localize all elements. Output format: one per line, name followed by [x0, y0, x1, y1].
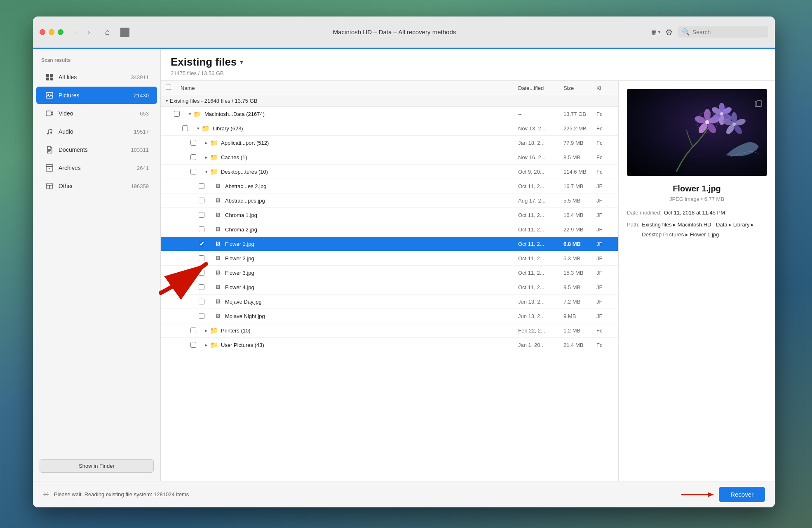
row-name: User Pictures (43) [221, 342, 518, 348]
kind-column-header[interactable]: Ki [596, 85, 613, 91]
sidebar-item-archives[interactable]: Archives 2641 [36, 159, 157, 177]
pictures-label: Pictures [59, 92, 134, 99]
svg-point-7 [47, 133, 49, 134]
folder-icon: 📁 [209, 167, 218, 176]
row-name: Flower 4.jpg [225, 284, 518, 290]
recover-button[interactable]: Recover [719, 487, 765, 502]
table-row[interactable]: 🖼 Flower 4.jpg Oct 11, 2... 9.5 MB JF [161, 280, 618, 295]
row-checkbox[interactable] [199, 299, 204, 304]
svg-rect-2 [46, 78, 49, 80]
folder-icon: 📁 [201, 124, 210, 133]
row-size: 16.4 MB [563, 212, 596, 218]
row-size: 7.2 MB [563, 299, 596, 305]
table-container: Name ↑ Date...ified Size Ki Existing fil… [161, 81, 775, 481]
row-checkbox[interactable] [199, 313, 204, 319]
row-size: 15.3 MB [563, 270, 596, 276]
table-row[interactable]: 📁 Applicati...port (512) Jan 18, 2... 77… [161, 136, 618, 150]
row-checkbox[interactable] [190, 154, 196, 160]
row-size: 1.2 MB [563, 328, 596, 334]
sidebar-item-documents[interactable]: Documents 103311 [36, 141, 157, 158]
row-checkbox[interactable] [199, 198, 204, 203]
table-row[interactable]: 🖼 Chroma 1.jpg Oct 11, 2... 16.4 MB JF [161, 208, 618, 222]
row-checkbox[interactable] [199, 284, 204, 290]
title-dropdown-arrow[interactable]: ▾ [240, 58, 243, 66]
row-name: Library (623) [213, 125, 518, 132]
table-row[interactable]: 📁 Printers (10) Feb 22, 2... 1.2 MB Fc [161, 323, 618, 338]
search-input[interactable] [692, 29, 764, 35]
table-row[interactable]: 📁 User Pictures (43) Jan 1, 20... 21.4 M… [161, 338, 618, 352]
row-date: Oct 11, 2... [518, 284, 563, 290]
search-icon: 🔍 [682, 28, 690, 36]
sidebar-item-other[interactable]: Other 196359 [36, 177, 157, 195]
row-kind: JF [596, 212, 613, 218]
row-checkbox[interactable] [199, 241, 204, 247]
row-checkbox[interactable] [199, 212, 204, 218]
row-kind: JF [596, 284, 613, 290]
table-row[interactable]: 🖼 Abstrac...pes.jpg Aug 17, 2... 5.5 MB … [161, 193, 618, 208]
row-checkbox[interactable] [199, 183, 204, 189]
row-size: 5.5 MB [563, 198, 596, 204]
back-button[interactable]: ‹ [70, 26, 82, 38]
table-header: Name ↑ Date...ified Size Ki [161, 81, 618, 95]
row-name: Mojave Night.jpg [225, 313, 518, 319]
stop-button[interactable] [120, 28, 129, 37]
sidebar: Scan results All files 343911 [33, 49, 161, 481]
row-checkbox[interactable] [182, 125, 188, 131]
close-button[interactable] [40, 29, 45, 35]
selected-file-row[interactable]: 🖼 Flower 1.jpg Oct 11, 2... 6.8 MB JF [161, 237, 618, 251]
maximize-button[interactable] [58, 29, 63, 35]
show-in-finder-button[interactable]: Show in Finder [40, 459, 154, 473]
table-row[interactable]: 🖼 Mojave Night.jpg Jun 13, 2... 9 MB JF [161, 309, 618, 323]
home-button[interactable]: ⌂ [101, 26, 114, 38]
sidebar-item-video[interactable]: Video 653 [36, 105, 157, 122]
pictures-count: 21430 [134, 92, 149, 99]
row-checkbox[interactable] [199, 255, 204, 261]
row-checkbox[interactable] [174, 111, 180, 117]
size-column-header[interactable]: Size [563, 85, 596, 91]
audio-label: Audio [59, 128, 134, 135]
row-checkbox[interactable] [199, 270, 204, 276]
row-size: 6.8 MB [563, 241, 596, 247]
row-checkbox[interactable] [190, 169, 196, 174]
table-row[interactable]: 🖼 Abstrac...es 2.jpg Oct 11, 2... 16.7 M… [161, 179, 618, 193]
traffic-lights [40, 29, 63, 35]
table-row[interactable]: 🖼 Flower 2.jpg Oct 11, 2... 5.3 MB JF [161, 251, 618, 266]
row-kind: Fc [596, 154, 613, 160]
row-kind: JF [596, 183, 613, 189]
audio-count: 19517 [134, 129, 149, 135]
window-title: Macintosh HD – Data – All recovery metho… [138, 28, 651, 35]
row-checkbox[interactable] [190, 140, 196, 146]
jpeg-file-icon: 🖼 [214, 297, 223, 306]
view-button[interactable]: ▦ ▾ [651, 29, 660, 35]
row-checkbox[interactable] [199, 226, 204, 232]
folder-expand-icon [205, 140, 208, 146]
row-size: 9.5 MB [563, 284, 596, 290]
filter-button[interactable]: ⚙ [665, 27, 673, 37]
folder-icon: 📁 [209, 340, 218, 349]
group-chevron[interactable] [166, 98, 168, 104]
row-date: Oct 11, 2... [518, 270, 563, 276]
table-row[interactable]: 📁 Library (623) Nov 13, 2... 225.2 MB Fc [161, 121, 618, 136]
table-row[interactable]: 📁 Desktop...tures (10) Oct 9, 20... 114.… [161, 165, 618, 179]
minimize-button[interactable] [49, 29, 54, 35]
select-all-checkbox[interactable] [166, 85, 171, 90]
sidebar-item-audio[interactable]: Audio 19517 [36, 123, 157, 140]
table-row[interactable]: 📁 Caches (1) Nov 16, 2... 8.5 MB Fc [161, 150, 618, 165]
row-date: Oct 11, 2... [518, 226, 563, 233]
table-row[interactable]: 🖼 Mojave Day.jpg Jun 13, 2... 7.2 MB JF [161, 295, 618, 309]
table-row[interactable]: 🖼 Chroma 2.jpg Oct 11, 2... 22.9 MB JF [161, 222, 618, 237]
row-size: 16.7 MB [563, 183, 596, 189]
name-column-header[interactable]: Name ↑ [181, 85, 518, 91]
row-checkbox[interactable] [190, 342, 196, 348]
row-kind: Fc [596, 125, 613, 132]
table-row[interactable]: 🖼 Flower 3.jpg Oct 11, 2... 15.3 MB JF [161, 266, 618, 280]
table-row[interactable]: 📁 Macintosh...Data (21674) -- 13.77 GB F… [161, 107, 618, 121]
row-name: Mojave Day.jpg [225, 299, 518, 305]
date-column-header[interactable]: Date...ified [518, 85, 563, 91]
group-header-text: Existing files - 21648 files / 13.75 GB [170, 98, 257, 104]
sidebar-item-all-files[interactable]: All files 343911 [36, 68, 157, 86]
row-checkbox[interactable] [190, 328, 196, 333]
folder-expand-icon [205, 328, 208, 333]
sidebar-item-pictures[interactable]: Pictures 21430 [36, 87, 157, 104]
forward-button[interactable]: › [83, 26, 95, 38]
